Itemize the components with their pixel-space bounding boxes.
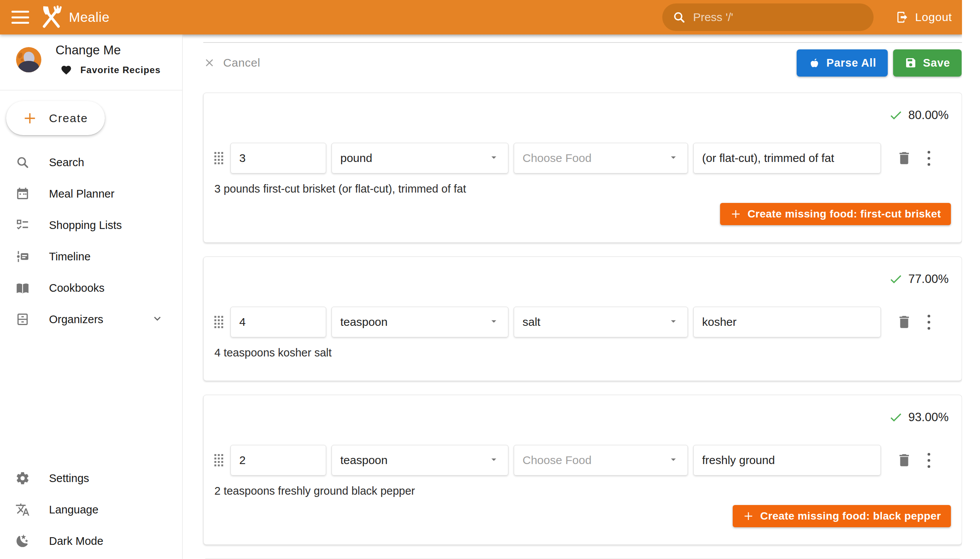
mealie-logo-icon (39, 5, 64, 30)
app-title: Mealie (69, 10, 109, 25)
sidebar-item-settings[interactable]: Settings (0, 463, 182, 494)
food-select[interactable]: Choose Food (514, 143, 688, 174)
favorites-label: Favorite Recipes (80, 65, 161, 75)
quantity-field[interactable] (230, 307, 326, 337)
create-missing-row: Create missing food: first-cut brisket (214, 203, 951, 225)
unit-select[interactable]: pound (332, 143, 508, 174)
food-select[interactable]: salt (514, 307, 688, 337)
calendar-icon (15, 187, 30, 201)
ingredient-card: 93.00% teaspoon Choose Food (203, 395, 962, 545)
search-icon (672, 10, 686, 24)
confidence-row: 93.00% (214, 409, 951, 426)
create-missing-food-button[interactable]: Create missing food: black pepper (733, 505, 951, 527)
kebab-menu-icon[interactable] (925, 149, 932, 168)
sidebar-item-cookbooks[interactable]: Cookbooks (0, 272, 182, 304)
logout-button[interactable]: Logout (891, 4, 957, 31)
original-ingredient-text: 2 teaspoons freshly ground black pepper (214, 485, 951, 497)
book-open-icon (15, 281, 30, 295)
user-section: Change Me Favorite Recipes (0, 35, 182, 90)
drag-handle-icon[interactable] (214, 152, 223, 164)
create-missing-food-button[interactable]: Create missing food: first-cut brisket (720, 203, 951, 225)
sidebar-item-organizers[interactable]: Organizers (0, 304, 182, 335)
sidebar-item-dark-mode[interactable]: Dark Mode (0, 525, 182, 557)
trash-icon (896, 313, 912, 331)
kebab-menu-icon[interactable] (925, 451, 932, 470)
app-bar: Mealie Logout (0, 0, 962, 35)
ingredient-editor-row: teaspoon Choose Food (214, 445, 951, 476)
ingredient-editor-row: pound Choose Food (214, 143, 951, 174)
dropdown-caret-icon (488, 316, 499, 329)
nav-list: Search Meal Planner Shopping Lists (0, 147, 182, 335)
divider (203, 42, 962, 43)
note-input[interactable] (702, 454, 872, 467)
dropdown-caret-icon (488, 152, 499, 165)
ingredient-list: 80.00% pound Choose Food (203, 93, 962, 559)
trash-icon (896, 452, 912, 469)
dropdown-caret-icon (668, 316, 679, 329)
gear-icon (15, 471, 30, 486)
search-input[interactable] (693, 11, 864, 24)
sidebar-item-language[interactable]: Language (0, 494, 182, 525)
quantity-input[interactable] (239, 152, 317, 165)
confidence-value: 77.00% (909, 272, 949, 286)
plus-icon (22, 111, 38, 126)
parse-all-label: Parse All (826, 57, 876, 69)
note-field[interactable] (693, 143, 881, 174)
check-icon (889, 272, 903, 286)
unit-select[interactable]: teaspoon (332, 307, 508, 337)
checklist-icon (15, 218, 30, 232)
confidence-value: 93.00% (909, 410, 949, 424)
create-button[interactable]: Create (6, 101, 105, 135)
drag-handle-icon[interactable] (214, 316, 223, 328)
menu-icon[interactable] (12, 11, 29, 24)
drag-handle-icon[interactable] (214, 454, 223, 466)
quantity-input[interactable] (239, 454, 317, 467)
quantity-field[interactable] (230, 445, 326, 476)
cabinet-icon (15, 312, 30, 327)
divider (0, 90, 182, 90)
scrollbar[interactable] (962, 0, 980, 559)
user-name: Change Me (56, 43, 121, 58)
dropdown-caret-icon (668, 454, 679, 467)
parse-all-button[interactable]: Parse All (797, 50, 888, 76)
favorite-recipes-link[interactable]: Favorite Recipes (61, 64, 161, 76)
global-search[interactable] (662, 3, 874, 31)
close-icon (203, 57, 215, 69)
quantity-input[interactable] (239, 316, 317, 329)
sidebar-item-meal-planner[interactable]: Meal Planner (0, 178, 182, 210)
confidence-row: 80.00% (214, 107, 951, 124)
avatar[interactable] (16, 47, 41, 72)
create-label: Create (49, 112, 88, 125)
timeline-icon (15, 249, 30, 264)
kebab-menu-icon[interactable] (925, 313, 932, 332)
delete-button[interactable] (896, 452, 912, 469)
food-select[interactable]: Choose Food (514, 445, 688, 476)
original-ingredient-text: 3 pounds first-cut brisket (or flat-cut)… (214, 183, 951, 195)
confidence-row: 77.00% (214, 271, 951, 288)
note-input[interactable] (702, 316, 872, 329)
cancel-button[interactable]: Cancel (203, 53, 264, 72)
heart-icon (61, 64, 72, 76)
sidebar-item-shopping-lists[interactable]: Shopping Lists (0, 210, 182, 241)
quantity-field[interactable] (230, 143, 326, 174)
note-field[interactable] (693, 445, 881, 476)
sidebar: Change Me Favorite Recipes Create Sear (0, 35, 183, 559)
save-icon (905, 57, 917, 69)
save-label: Save (923, 57, 950, 69)
delete-button[interactable] (896, 313, 912, 331)
ingredient-editor-row: teaspoon salt (214, 307, 951, 337)
delete-button[interactable] (896, 149, 912, 167)
apple-icon (808, 57, 820, 69)
parser-toolbar: Cancel Parse All Save (203, 49, 962, 76)
original-ingredient-text: 4 teaspoons kosher salt (214, 347, 951, 359)
moon-stars-icon (15, 534, 30, 548)
note-field[interactable] (693, 307, 881, 337)
sidebar-item-search[interactable]: Search (0, 147, 182, 178)
sidebar-item-timeline[interactable]: Timeline (0, 241, 182, 272)
logout-icon (896, 11, 909, 24)
unit-select[interactable]: teaspoon (332, 445, 508, 476)
ingredient-card: 80.00% pound Choose Food (203, 93, 962, 243)
save-button[interactable]: Save (893, 50, 962, 76)
logout-label: Logout (915, 11, 952, 24)
note-input[interactable] (702, 152, 872, 165)
